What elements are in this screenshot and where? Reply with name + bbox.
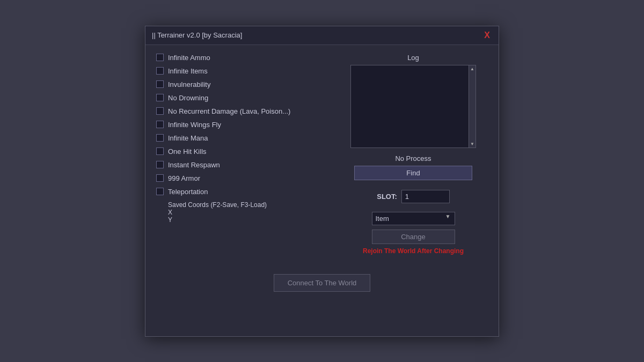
checkbox-item-teleportation[interactable]: Teleportation (156, 188, 328, 196)
title-bar: || Terrainer v2.0 [by Sacracia] X (145, 26, 499, 45)
checkbox-label-infinite-mana: Infinite Mana (168, 134, 208, 142)
checkbox-item-infinite-ammo[interactable]: Infinite Ammo (156, 54, 328, 62)
checkbox-item-infinite-items[interactable]: Infinite Items (156, 67, 328, 75)
no-process-label: No Process (395, 154, 431, 162)
log-textarea[interactable] (350, 65, 469, 148)
checkbox-item-no-drowning[interactable]: No Drowning (156, 94, 328, 102)
slot-input[interactable] (401, 190, 450, 203)
checkbox-item-invulnerability[interactable]: Invulnerability (156, 80, 328, 88)
log-scrollbar[interactable]: ▲ ▼ (469, 65, 476, 148)
teleport-section: Saved Coords (F2-Save, F3-Load) X Y (156, 201, 328, 224)
coord-y: Y (168, 216, 328, 224)
saved-coords-label: Saved Coords (F2-Save, F3-Load) (168, 201, 328, 209)
slot-row: SLOT: (377, 190, 450, 203)
change-button[interactable]: Change (372, 230, 455, 244)
checkbox-label-armor-999: 999 Armor (168, 174, 200, 182)
checkbox-item-no-recurrent[interactable]: No Recurrent Damage (Lava, Poison...) (156, 107, 328, 115)
checkbox-label-infinite-items: Infinite Items (168, 67, 208, 75)
checkbox-label-instant-respawn: Instant Respawn (168, 161, 220, 169)
log-label: Log (339, 54, 488, 62)
checkbox-armor-999[interactable] (156, 174, 164, 182)
checkbox-item-infinite-wings[interactable]: Infinite Wings Fly (156, 121, 328, 129)
checkboxes-container: Infinite AmmoInfinite ItemsInvulnerabili… (156, 54, 328, 196)
item-select-wrapper: Item Weapon Armor Accessory (372, 208, 455, 225)
checkbox-label-one-hit-kills: One Hit Kills (168, 147, 207, 156)
checkbox-item-one-hit-kills[interactable]: One Hit Kills (156, 147, 328, 156)
checkbox-label-no-drowning: No Drowning (168, 94, 208, 102)
checkbox-infinite-wings[interactable] (156, 121, 164, 128)
checkbox-no-drowning[interactable] (156, 94, 164, 101)
checkbox-item-instant-respawn[interactable]: Instant Respawn (156, 161, 328, 169)
left-panel: Infinite AmmoInfinite ItemsInvulnerabili… (156, 54, 328, 255)
scroll-down-icon[interactable]: ▼ (470, 142, 474, 146)
coord-x: X (168, 209, 328, 216)
bottom-section: Connect To The World (145, 265, 499, 300)
checkbox-infinite-ammo[interactable] (156, 54, 164, 61)
connect-button[interactable]: Connect To The World (274, 274, 370, 292)
checkbox-teleportation[interactable] (156, 188, 164, 195)
right-panel: Log ▲ ▼ No Process Find SLOT: Item Weapo… (339, 54, 488, 255)
close-button[interactable]: X (482, 31, 492, 40)
checkbox-no-recurrent[interactable] (156, 107, 164, 115)
find-button[interactable]: Find (354, 166, 472, 180)
scroll-up-icon[interactable]: ▲ (470, 67, 474, 71)
rejoin-text: Rejoin The World After Changing (363, 247, 464, 255)
checkbox-item-infinite-mana[interactable]: Infinite Mana (156, 134, 328, 142)
window-body: Infinite AmmoInfinite ItemsInvulnerabili… (145, 45, 499, 265)
checkbox-one-hit-kills[interactable] (156, 147, 164, 155)
checkbox-item-armor-999[interactable]: 999 Armor (156, 174, 328, 182)
slot-label: SLOT: (377, 193, 397, 201)
checkbox-infinite-items[interactable] (156, 67, 164, 75)
checkbox-infinite-mana[interactable] (156, 134, 164, 142)
checkbox-instant-respawn[interactable] (156, 161, 164, 168)
checkbox-label-invulnerability: Invulnerability (168, 80, 211, 88)
checkbox-invulnerability[interactable] (156, 80, 164, 88)
checkbox-label-no-recurrent: No Recurrent Damage (Lava, Poison...) (168, 107, 290, 115)
checkbox-label-teleportation: Teleportation (168, 188, 208, 196)
checkbox-label-infinite-wings: Infinite Wings Fly (168, 121, 221, 129)
window-title: || Terrainer v2.0 [by Sacracia] (152, 31, 242, 39)
main-window: || Terrainer v2.0 [by Sacracia] X Infini… (145, 26, 499, 337)
item-select[interactable]: Item Weapon Armor Accessory (372, 212, 455, 225)
checkbox-label-infinite-ammo: Infinite Ammo (168, 54, 210, 62)
